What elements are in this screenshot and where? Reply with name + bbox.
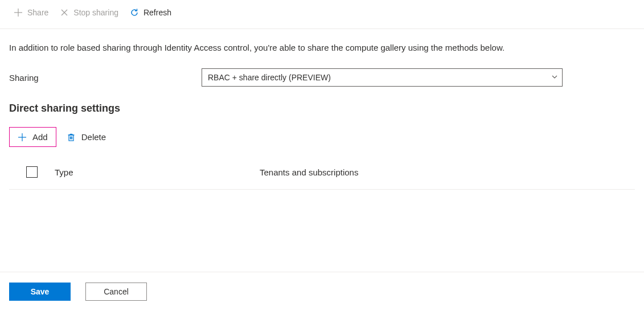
sharing-value: RBAC + share directly (PREVIEW) — [208, 73, 331, 82]
refresh-label: Refresh — [143, 8, 171, 17]
sharing-row: Sharing RBAC + share directly (PREVIEW) — [9, 68, 635, 87]
header-checkbox-cell — [9, 166, 55, 178]
column-type: Type — [55, 167, 260, 177]
share-button: Share — [9, 6, 53, 19]
share-label: Share — [27, 8, 48, 17]
add-label: Add — [32, 132, 48, 142]
stop-sharing-button: Stop sharing — [55, 6, 123, 19]
column-tenants: Tenants and subscriptions — [260, 167, 635, 177]
x-icon — [60, 8, 69, 17]
action-row: Add Delete — [9, 127, 635, 147]
table-header-row: Type Tenants and subscriptions — [9, 163, 635, 181]
direct-sharing-heading: Direct sharing settings — [9, 103, 635, 114]
delete-label: Delete — [81, 132, 106, 142]
refresh-icon — [130, 8, 139, 17]
delete-button[interactable]: Delete — [61, 128, 112, 146]
add-button[interactable]: Add — [9, 127, 56, 147]
stop-sharing-label: Stop sharing — [73, 8, 118, 17]
select-all-checkbox[interactable] — [26, 166, 38, 178]
description-text: In addition to role based sharing throug… — [9, 43, 635, 52]
plus-icon — [14, 8, 23, 17]
sharing-select[interactable]: RBAC + share directly (PREVIEW) — [202, 68, 563, 87]
save-button[interactable]: Save — [9, 283, 71, 301]
cancel-button[interactable]: Cancel — [85, 283, 147, 301]
trash-icon — [67, 133, 76, 142]
command-bar: Share Stop sharing Refresh — [0, 0, 644, 29]
footer-bar: Save Cancel — [0, 272, 644, 311]
content-area: In addition to role based sharing throug… — [0, 29, 644, 190]
sharing-table: Type Tenants and subscriptions — [9, 163, 635, 190]
plus-icon — [18, 133, 27, 142]
refresh-button[interactable]: Refresh — [125, 6, 176, 19]
sharing-label: Sharing — [9, 73, 202, 83]
